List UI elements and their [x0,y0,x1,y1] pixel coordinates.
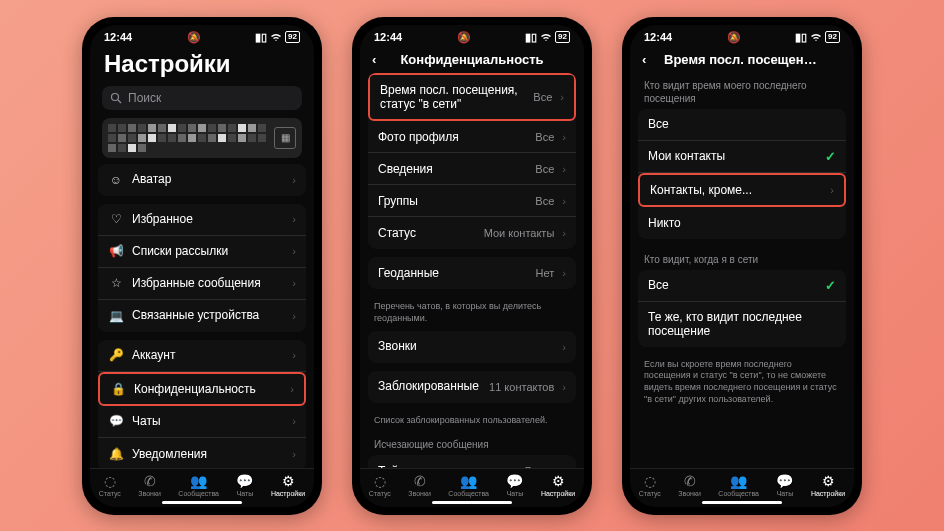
row-status[interactable]: Статус Мои контакты › [368,217,576,249]
chevron-right-icon: › [292,415,296,427]
battery-icon: 92 [285,31,300,43]
back-button[interactable]: ‹ [372,52,386,67]
status-bar: 12:44 🔕 ▮▯ 92 [630,25,854,46]
gear-icon: ⚙ [282,473,295,489]
page-title: Настройки [90,46,314,86]
tab-communities[interactable]: 👥Сообщества [178,473,219,497]
chevron-right-icon: › [292,174,296,186]
tab-calls[interactable]: ✆Звонки [408,473,431,497]
tab-chats[interactable]: 💬Чаты [506,473,523,497]
nav-header: ‹ Время посл. посещения, статус "в се... [630,46,854,73]
row-geo[interactable]: Геоданные Нет › [368,257,576,289]
tab-chats[interactable]: 💬Чаты [236,473,253,497]
blocked-footnote: Список заблокированных пользователей. [360,411,584,433]
qr-icon[interactable]: ▦ [274,127,296,149]
chevron-right-icon: › [562,195,566,207]
tab-settings[interactable]: ⚙Настройки [811,473,845,497]
row-notifications[interactable]: 🔔 Уведомления › [98,438,306,468]
back-button[interactable]: ‹ [642,52,656,67]
wifi-icon [270,33,282,42]
chevron-right-icon: › [292,310,296,322]
laptop-icon: 💻 [108,309,124,323]
row-favorite[interactable]: ♡ Избранное › [98,204,306,236]
tab-chats[interactable]: 💬Чаты [776,473,793,497]
bell-off-icon: 🔕 [457,31,471,44]
home-indicator [702,501,782,504]
phone-3: 12:44 🔕 ▮▯ 92 ‹ Время посл. посещения, с… [622,17,862,515]
row-groups[interactable]: Группы Все › [368,185,576,217]
status-ring-icon: ◌ [374,473,386,489]
phone-icon: ✆ [684,473,696,489]
heart-icon: ♡ [108,212,124,226]
tab-calls[interactable]: ✆Звонки [138,473,161,497]
gear-icon: ⚙ [552,473,565,489]
check-icon: ✓ [825,149,836,164]
wifi-icon [810,33,822,42]
opt-online-same[interactable]: Те же, кто видит последнее посещение [638,302,846,347]
tab-status[interactable]: ◌Статус [369,473,391,497]
tab-communities[interactable]: 👥Сообщества [718,473,759,497]
star-icon: ☆ [108,276,124,290]
row-timer[interactable]: Таймер Выкл. › [368,455,576,467]
status-bar: 12:44 🔕 ▮▯ 92 [90,25,314,46]
battery-icon: 92 [825,31,840,43]
chat-icon: 💬 [506,473,523,489]
signal-icon: ▮▯ [255,31,267,44]
people-icon: 👥 [730,473,747,489]
opt-contacts[interactable]: Мои контакты ✓ [638,141,846,173]
status-time: 12:44 [644,31,672,43]
chevron-right-icon: › [562,267,566,279]
row-profile-photo[interactable]: Фото профиля Все › [368,121,576,153]
who-sees-lastseen-label: Кто видит время моего последнего посещен… [630,73,854,109]
phone-icon: ✆ [144,473,156,489]
row-privacy[interactable]: 🔒 Конфиденциальность › [98,372,306,406]
header-title: Конфиденциальность [394,52,550,67]
opt-nobody[interactable]: Никто [638,207,846,239]
tab-settings[interactable]: ⚙Настройки [271,473,305,497]
status-time: 12:44 [374,31,402,43]
row-broadcast[interactable]: 📢 Списки рассылки › [98,236,306,268]
status-ring-icon: ◌ [104,473,116,489]
row-avatar[interactable]: ☺ Аватар › [98,164,306,196]
svg-point-0 [112,93,119,100]
row-calls[interactable]: Звонки › [368,331,576,363]
opt-all[interactable]: Все [638,109,846,141]
row-about[interactable]: Сведения Все › [368,153,576,185]
nav-header: ‹ Конфиденциальность [360,46,584,73]
row-last-seen[interactable]: Время посл. посещения, статус "в сети" В… [368,73,576,122]
wifi-icon [540,33,552,42]
search-icon [110,92,122,104]
signal-icon: ▮▯ [795,31,807,44]
status-ring-icon: ◌ [644,473,656,489]
tab-status[interactable]: ◌Статус [639,473,661,497]
row-chats[interactable]: 💬 Чаты › [98,406,306,438]
bell-off-icon: 🔕 [727,31,741,44]
bell-off-icon: 🔕 [187,31,201,44]
check-icon: ✓ [825,278,836,293]
search-input[interactable]: Поиск [102,86,302,110]
chevron-right-icon: › [562,381,566,393]
opt-online-all[interactable]: Все ✓ [638,270,846,302]
row-blocked[interactable]: Заблокированные 11 контактов › [368,371,576,403]
opt-except[interactable]: Контакты, кроме... › [638,173,846,207]
row-linked-devices[interactable]: 💻 Связанные устройства › [98,300,306,332]
gear-icon: ⚙ [822,473,835,489]
chevron-right-icon: › [562,227,566,239]
tab-bar: ◌Статус ✆Звонки 👥Сообщества 💬Чаты ⚙Настр… [630,468,854,499]
tab-communities[interactable]: 👥Сообщества [448,473,489,497]
tab-status[interactable]: ◌Статус [99,473,121,497]
row-account[interactable]: 🔑 Аккаунт › [98,340,306,372]
profile-card[interactable]: ▦ [102,118,302,158]
blurred-profile [108,124,270,152]
tab-settings[interactable]: ⚙Настройки [541,473,575,497]
megaphone-icon: 📢 [108,244,124,258]
battery-icon: 92 [555,31,570,43]
chat-icon: 💬 [776,473,793,489]
phone-1: 12:44 🔕 ▮▯ 92 Настройки Поиск ▦ ☺ Аватар… [82,17,322,515]
tab-bar: ◌Статус ✆Звонки 👥Сообщества 💬Чаты ⚙Настр… [360,468,584,499]
tab-calls[interactable]: ✆Звонки [678,473,701,497]
chat-icon: 💬 [236,473,253,489]
bell-icon: 🔔 [108,447,124,461]
row-starred[interactable]: ☆ Избранные сообщения › [98,268,306,300]
home-indicator [162,501,242,504]
